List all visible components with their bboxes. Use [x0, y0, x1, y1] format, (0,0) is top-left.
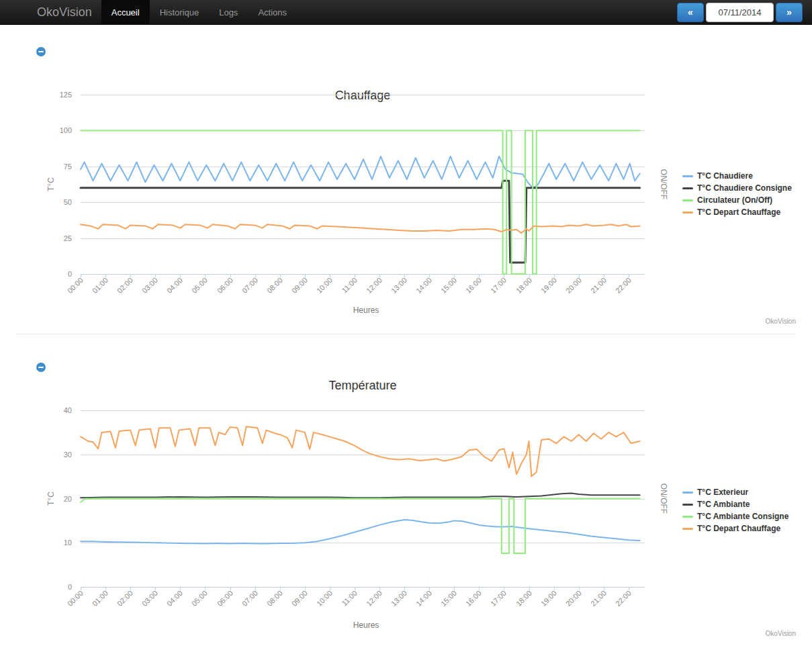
svg-text:22:00: 22:00	[614, 276, 633, 295]
legend-item-depart-chauffage[interactable]: T°C Depart Chauffage	[682, 522, 788, 535]
previous-day-button[interactable]: «	[677, 3, 704, 22]
series-line-swatch	[682, 175, 693, 177]
svg-text:22:00: 22:00	[614, 589, 633, 608]
svg-text:75: 75	[64, 163, 72, 171]
svg-text:06:00: 06:00	[216, 276, 234, 295]
svg-text:40: 40	[64, 406, 72, 414]
svg-text:21:00: 21:00	[589, 276, 608, 295]
nav-item-logs[interactable]: Logs	[209, 0, 248, 24]
chart-section-chauffage: Chauffage 025507510012500:0001:0002:0003…	[0, 25, 812, 334]
svg-text:02:00: 02:00	[116, 589, 134, 608]
svg-text:11:00: 11:00	[341, 589, 359, 607]
svg-text:100: 100	[60, 126, 72, 134]
svg-text:20: 20	[64, 495, 72, 503]
legend-item-ambiante[interactable]: T°C Ambiante	[682, 498, 788, 510]
svg-text:03:00: 03:00	[140, 589, 159, 608]
svg-text:21:00: 21:00	[589, 589, 608, 608]
svg-text:20:00: 20:00	[564, 589, 583, 608]
legend-item-ambiante-consigne[interactable]: T°C Ambiante Consigne	[682, 510, 788, 522]
svg-text:13:00: 13:00	[390, 589, 408, 608]
svg-text:18:00: 18:00	[514, 276, 533, 295]
svg-text:16:00: 16:00	[464, 276, 483, 295]
svg-text:19:00: 19:00	[539, 589, 558, 608]
chart-credits: OkoVision	[766, 630, 796, 637]
series-line-swatch	[682, 492, 693, 494]
svg-text:14:00: 14:00	[414, 589, 433, 608]
svg-text:15:00: 15:00	[439, 589, 458, 608]
svg-text:06:00: 06:00	[216, 589, 234, 608]
svg-text:05:00: 05:00	[190, 276, 209, 295]
svg-text:125: 125	[60, 91, 72, 99]
legend-item-circulateur[interactable]: Circulateur (On/Off)	[682, 194, 792, 206]
svg-text:17:00: 17:00	[489, 276, 508, 295]
svg-text:00:00: 00:00	[66, 589, 85, 608]
chart-legend: T°C Exterieur T°C Ambiante T°C Ambiante …	[682, 486, 788, 535]
svg-text:08:00: 08:00	[265, 276, 284, 295]
temperature-chart-canvas: 01020304000:0001:0002:0003:0004:0005:000…	[0, 334, 672, 647]
svg-text:18:00: 18:00	[514, 589, 533, 608]
svg-text:17:00: 17:00	[489, 589, 508, 608]
legend-item-chaudiere-consigne[interactable]: T°C Chaudiere Consigne	[682, 182, 792, 194]
svg-text:01:00: 01:00	[91, 276, 109, 295]
svg-text:T°C: T°C	[46, 177, 56, 191]
date-pager: « »	[677, 3, 803, 22]
svg-text:25: 25	[64, 234, 72, 242]
series-line-swatch	[682, 516, 693, 518]
next-day-button[interactable]: »	[776, 3, 803, 22]
chart-section-temperature: Température 01020304000:0001:0002:0003:0…	[0, 334, 812, 647]
svg-text:07:00: 07:00	[240, 276, 259, 295]
svg-text:03:00: 03:00	[140, 276, 159, 295]
svg-text:19:00: 19:00	[539, 276, 558, 295]
brand-logo[interactable]: OkoVision	[0, 0, 101, 24]
svg-text:07:00: 07:00	[240, 589, 259, 608]
svg-text:04:00: 04:00	[165, 589, 184, 608]
svg-text:16:00: 16:00	[464, 589, 483, 608]
svg-text:09:00: 09:00	[290, 276, 309, 295]
svg-text:20:00: 20:00	[564, 276, 583, 295]
svg-text:01:00: 01:00	[91, 589, 109, 608]
series-line-swatch	[682, 528, 693, 530]
svg-text:T°C: T°C	[46, 492, 56, 506]
navbar: OkoVision Accueil Historique Logs Action…	[0, 0, 812, 25]
date-input[interactable]	[706, 3, 774, 22]
svg-text:15:00: 15:00	[439, 276, 458, 295]
double-chevron-left-icon: «	[688, 7, 693, 17]
series-line-swatch	[682, 199, 693, 201]
svg-text:0: 0	[68, 583, 72, 591]
svg-text:0: 0	[68, 270, 72, 278]
series-line-swatch	[682, 187, 693, 189]
legend-item-chaudiere[interactable]: T°C Chaudiere	[682, 170, 792, 182]
svg-text:12:00: 12:00	[365, 589, 384, 608]
series-line-swatch	[682, 212, 693, 214]
svg-text:Heures: Heures	[353, 306, 379, 315]
svg-text:13:00: 13:00	[390, 276, 408, 295]
svg-text:11:00: 11:00	[341, 276, 359, 294]
svg-text:00:00: 00:00	[66, 276, 85, 295]
series-line-swatch	[682, 504, 693, 506]
svg-text:50: 50	[64, 198, 72, 206]
double-chevron-right-icon: »	[786, 7, 792, 17]
svg-text:ON/OFF: ON/OFF	[659, 169, 668, 199]
nav-item-actions[interactable]: Actions	[248, 0, 297, 24]
svg-text:08:00: 08:00	[265, 589, 284, 608]
svg-text:02:00: 02:00	[116, 276, 134, 295]
svg-text:09:00: 09:00	[290, 589, 309, 608]
svg-text:30: 30	[64, 451, 72, 459]
svg-text:05:00: 05:00	[190, 589, 209, 608]
svg-text:Heures: Heures	[353, 620, 379, 630]
chart-credits: OkoVision	[766, 318, 796, 325]
svg-text:12:00: 12:00	[365, 276, 384, 295]
chart-legend: T°C Chaudiere T°C Chaudiere Consigne Cir…	[682, 170, 792, 218]
nav-item-accueil[interactable]: Accueil	[101, 0, 150, 24]
main-nav: Accueil Historique Logs Actions	[101, 0, 297, 24]
chauffage-chart-canvas: 025507510012500:0001:0002:0003:0004:0005…	[0, 25, 672, 334]
svg-text:14:00: 14:00	[414, 276, 433, 295]
svg-text:10: 10	[64, 539, 72, 547]
svg-text:10:00: 10:00	[315, 276, 334, 295]
legend-item-depart-chauffage[interactable]: T°C Depart Chauffage	[682, 206, 792, 218]
svg-text:04:00: 04:00	[165, 276, 184, 295]
nav-item-historique[interactable]: Historique	[150, 0, 210, 24]
legend-item-exterieur[interactable]: T°C Exterieur	[682, 486, 788, 498]
svg-text:10:00: 10:00	[315, 589, 334, 608]
svg-text:ON/OFF: ON/OFF	[659, 483, 668, 514]
